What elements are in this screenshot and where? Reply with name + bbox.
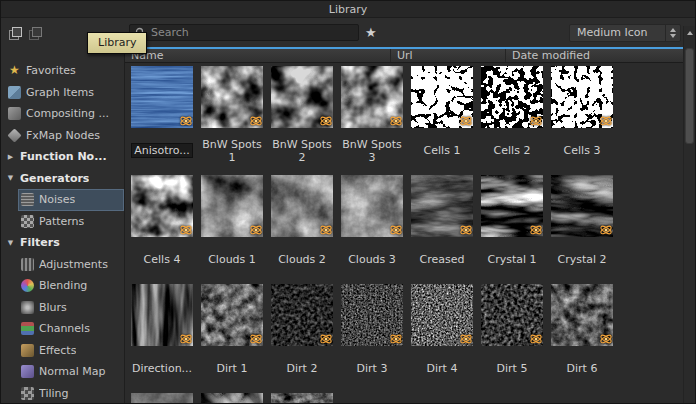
library-item-bnw-spots-3[interactable]: BnW Spots 3 bbox=[339, 66, 405, 173]
noises-icon bbox=[21, 193, 34, 206]
search-input[interactable] bbox=[151, 26, 353, 39]
tooltip-text: Library bbox=[98, 36, 136, 49]
thumbnail-label: Clouds 2 bbox=[276, 253, 328, 266]
thumbnail-label: Direction... bbox=[130, 362, 194, 375]
thumbnail-label: Crystal 1 bbox=[485, 253, 538, 266]
library-item-dirt-4[interactable]: Dirt 4 bbox=[409, 284, 475, 391]
column-header-date-modified[interactable]: Date modified bbox=[506, 49, 683, 62]
graph-icon bbox=[8, 86, 21, 99]
sidebar-item-function-no[interactable]: ▶ Function No... bbox=[1, 146, 124, 168]
library-item-bnw-spots-2[interactable]: BnW Spots 2 bbox=[269, 66, 335, 173]
sidebar-item-channels[interactable]: Channels bbox=[18, 318, 124, 340]
thumbnail-label: BnW Spots 2 bbox=[269, 138, 335, 164]
library-item-crystal-2[interactable]: Crystal 2 bbox=[549, 175, 615, 282]
sidebar-item-label: Function No... bbox=[20, 150, 107, 163]
thumbnail-image bbox=[131, 175, 193, 237]
vertical-scrollbar[interactable] bbox=[683, 26, 695, 403]
sidebar-item-tiling[interactable]: Tiling bbox=[18, 383, 124, 404]
thumbnail-image bbox=[341, 66, 403, 128]
library-item-cells-4[interactable]: Cells 4 bbox=[129, 175, 195, 282]
thumbnail-label: Cells 4 bbox=[142, 253, 183, 266]
sidebar-item-label: Favorites bbox=[26, 64, 76, 77]
star-icon bbox=[8, 64, 21, 77]
thumbnail-label: Clouds 1 bbox=[206, 253, 258, 266]
sidebar-item-effects[interactable]: Effects bbox=[18, 340, 124, 362]
column-header-url[interactable]: Url bbox=[391, 49, 506, 62]
sidebar-item-filters[interactable]: ▼ Filters bbox=[1, 232, 124, 254]
tiling-icon bbox=[21, 387, 34, 400]
library-item-direction[interactable]: Direction... bbox=[129, 284, 195, 391]
sidebar-item-compositing[interactable]: Compositing ... bbox=[1, 103, 124, 125]
scrollbar-thumb[interactable] bbox=[685, 48, 694, 144]
library-item-dirt-6[interactable]: Dirt 6 bbox=[549, 284, 615, 391]
thumbnail-label: Dirt 1 bbox=[215, 362, 250, 375]
panel-titlebar[interactable]: Library bbox=[1, 1, 695, 18]
expand-arrow-icon[interactable]: ▶ bbox=[6, 153, 15, 161]
column-header-name[interactable]: Name bbox=[125, 49, 391, 62]
sidebar-item-noises[interactable]: Noises bbox=[18, 189, 124, 211]
sidebar-item-generators[interactable]: ▼ Generators bbox=[1, 168, 124, 190]
thumbnail-label: Dirt 6 bbox=[565, 362, 600, 375]
library-item-creased[interactable]: Creased bbox=[409, 175, 475, 282]
sidebar-item-label: FxMap Nodes bbox=[26, 129, 100, 142]
generator-badge-icon bbox=[319, 114, 333, 128]
library-item-cells-1[interactable]: Cells 1 bbox=[409, 66, 475, 173]
search-box[interactable] bbox=[129, 24, 359, 41]
expand-arrow-icon[interactable]: ▼ bbox=[6, 239, 15, 247]
library-item-fluid[interactable]: Fluid bbox=[199, 393, 265, 404]
thumbnail-image bbox=[131, 284, 193, 346]
normalmap-icon bbox=[21, 365, 34, 378]
generator-badge-icon bbox=[459, 223, 473, 237]
new-package-icon[interactable] bbox=[6, 24, 24, 42]
dropdown-spinner-icon[interactable] bbox=[665, 25, 680, 41]
thumbnail-image bbox=[341, 175, 403, 237]
library-item-anisotro[interactable]: Anisotro... bbox=[129, 66, 195, 173]
library-panel: Library ★ Medium Icon Favorites Graph I bbox=[0, 0, 696, 404]
thumbnail-image bbox=[551, 284, 613, 346]
thumbnail-image bbox=[551, 175, 613, 237]
sidebar-item-label: Compositing ... bbox=[26, 107, 109, 120]
generator-badge-icon bbox=[599, 223, 613, 237]
thumbnail-image bbox=[481, 284, 543, 346]
library-item-bnw-spots-1[interactable]: BnW Spots 1 bbox=[199, 66, 265, 173]
sidebar-item-favorites[interactable]: Favorites bbox=[1, 60, 124, 82]
thumbnail-image bbox=[411, 175, 473, 237]
fxmap-icon bbox=[7, 128, 21, 142]
scroll-up-icon[interactable] bbox=[684, 26, 695, 40]
expand-arrow-icon[interactable]: ▼ bbox=[6, 174, 15, 182]
spinner-down-icon[interactable] bbox=[670, 34, 676, 38]
sidebar-item-patterns[interactable]: Patterns bbox=[18, 211, 124, 233]
sidebar-item-label: Tiling bbox=[39, 387, 69, 400]
spinner-up-icon[interactable] bbox=[670, 28, 676, 32]
library-item-crystal-1[interactable]: Crystal 1 bbox=[479, 175, 545, 282]
thumbnail-label: Cells 1 bbox=[422, 144, 463, 157]
favorites-filter-icon[interactable]: ★ bbox=[365, 24, 377, 41]
sidebar-item-blending[interactable]: Blending bbox=[18, 275, 124, 297]
library-item-dirt-2[interactable]: Dirt 2 bbox=[269, 284, 335, 391]
library-item-cells-3[interactable]: Cells 3 bbox=[549, 66, 615, 173]
sidebar-item-graph-items[interactable]: Graph Items bbox=[1, 82, 124, 104]
library-item-clouds-2[interactable]: Clouds 2 bbox=[269, 175, 335, 282]
library-item-dirt-1[interactable]: Dirt 1 bbox=[199, 284, 265, 391]
thumbnail-label: Creased bbox=[418, 253, 467, 266]
sidebar-item-normal-map[interactable]: Normal Map bbox=[18, 361, 124, 383]
import-package-icon[interactable] bbox=[26, 24, 44, 42]
thumbnail-label: Cells 3 bbox=[562, 144, 603, 157]
sidebar-item-adjustments[interactable]: Adjustments bbox=[18, 254, 124, 276]
compositing-icon bbox=[8, 107, 21, 120]
generator-badge-icon bbox=[599, 332, 613, 346]
panel-title: Library bbox=[329, 3, 367, 16]
library-item-clouds-1[interactable]: Clouds 1 bbox=[199, 175, 265, 282]
library-item-dirt-5[interactable]: Dirt 5 bbox=[479, 284, 545, 391]
library-item-dirt-gradient[interactable]: Dirt Gradient bbox=[129, 393, 195, 404]
thumbnail-label: Dirt 4 bbox=[425, 362, 460, 375]
library-item-cells-2[interactable]: Cells 2 bbox=[479, 66, 545, 173]
view-mode-dropdown[interactable]: Medium Icon bbox=[569, 24, 681, 42]
library-item-dirt-3[interactable]: Dirt 3 bbox=[339, 284, 405, 391]
sidebar-item-blurs[interactable]: Blurs bbox=[18, 297, 124, 319]
sidebar-item-fxmap-nodes[interactable]: FxMap Nodes bbox=[1, 125, 124, 147]
library-item-clouds-3[interactable]: Clouds 3 bbox=[339, 175, 405, 282]
generator-badge-icon bbox=[459, 114, 473, 128]
library-item-fractal-sum-1[interactable]: Fractal Sum 1 bbox=[269, 393, 335, 404]
generator-badge-icon bbox=[459, 332, 473, 346]
